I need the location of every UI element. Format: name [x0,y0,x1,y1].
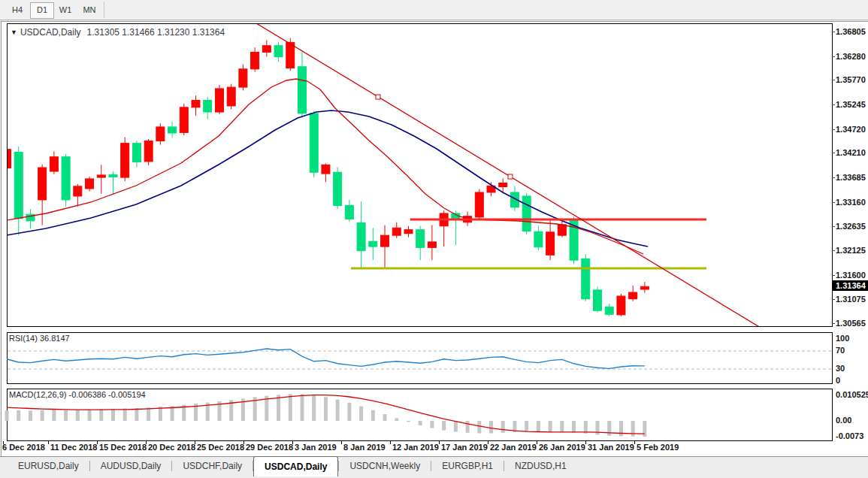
timeframe-button-mn[interactable]: MN [78,2,101,17]
timeframe-toolbar: H4D1W1MN [0,0,868,20]
date-axis-label: 31 Jan 2019 [588,443,634,452]
price-axis-label: 1.35770 [836,74,866,85]
macd-axis-label: -0.0073 [836,431,863,441]
chart-tab-nzdusd-h1[interactable]: NZDUSD,H1 [504,457,577,475]
price-axis-label: 1.36805 [836,26,866,37]
price-axis-tick [832,202,835,203]
price-axis-tick [832,299,835,300]
price-axis-tick [832,153,835,153]
price-axis-label: 1.32635 [836,221,866,231]
date-axis-label: 17 Jan 2019 [441,443,488,452]
date-axis-label: 3 Jan 2019 [295,443,337,452]
price-axis-label: 1.30565 [836,318,866,328]
price-axis-label: 1.31600 [836,270,866,280]
price-axis-tick [832,80,835,80]
date-axis-label: 22 Jan 2019 [490,443,537,452]
macd-axis-label: 0.00 [836,416,851,425]
price-axis-tick [832,177,835,178]
toolbar-separator [104,2,104,18]
date-axis-label: 20 Dec 2018 [148,443,195,452]
macd-indicator-label: MACD(12,26,9) -0.006386 -0.005194 [9,390,146,399]
price-axis-label: 1.31075 [836,294,866,304]
rsi-axis-label: 100 [836,334,849,343]
price-axis-label: 1.32125 [836,245,866,256]
date-axis-label: 12 Jan 2019 [392,443,439,452]
chart-symbol-period: USDCAD,Daily [20,27,81,38]
chart-tab-usdcnh-weekly[interactable]: USDCNH,Weekly [339,457,431,475]
price-axis-tick [832,32,835,32]
price-axis-tick [832,129,835,130]
date-axis-label: 11 Dec 2018 [50,443,97,452]
price-axis-label: 1.36280 [836,51,866,62]
chart-tab-usdchf-daily[interactable]: USDCHF,Daily [172,457,253,475]
price-axis-tick [832,323,835,324]
date-axis-label: 29 Dec 2018 [246,443,293,452]
date-axis-label: 5 Feb 2019 [637,443,679,452]
rsi-indicator-label: RSI(14) 36.8147 [9,334,70,343]
price-axis-label: 1.34210 [836,147,866,158]
rsi-axis-label: 70 [836,346,845,355]
price-axis-label: 1.35245 [836,99,866,110]
timeframe-button-d1[interactable]: D1 [30,2,54,19]
symbol-dropdown-icon[interactable]: ▼ [11,29,17,36]
price-axis-tick [832,104,835,105]
date-axis-label: 25 Dec 2018 [197,443,244,452]
rsi-axis-label: 0 [836,376,840,386]
price-axis-tick [832,275,835,276]
date-axis-label: 6 Dec 2018 [2,443,45,452]
price-axis-tick [832,226,835,227]
chart-tab-usdcad-daily[interactable]: USDCAD,Daily [253,456,338,476]
price-axis-tick [832,56,835,57]
date-axis-label: 15 Dec 2018 [99,443,147,452]
date-axis-label: 26 Jan 2019 [539,443,585,452]
current-price-badge: 1.31364 [833,280,868,291]
chart-tab-eurusd-daily[interactable]: EURUSD,Daily [8,457,89,475]
symbol-tab-bar: EURUSD,DailyAUDUSD,DailyUSDCHF,DailyUSDC… [0,456,868,478]
price-axis-label: 1.34720 [836,124,866,135]
mt4-window: { "toolbar": { "timeframes": [ {"label":… [0,0,868,478]
macd-axis-label: 0.010525 [836,390,868,400]
chart-tab-audusd-daily[interactable]: AUDUSD,Daily [90,457,172,475]
timeframe-button-h4[interactable]: H4 [6,2,29,17]
date-axis-label: 8 Jan 2019 [343,443,386,452]
chart-title: ▼USDCAD,Daily1.31305 1.31466 1.31230 1.3… [11,27,225,38]
price-axis-label: 1.33160 [836,197,866,207]
price-axis-tick [832,250,835,251]
timeframe-button-w1[interactable]: W1 [54,2,77,17]
chart-ohlc-values: 1.31305 1.31466 1.31230 1.31364 [87,27,225,38]
price-axis-label: 1.33685 [836,172,866,183]
rsi-axis-label: 30 [836,364,845,374]
chart-tab-eurgbp-h1[interactable]: EURGBP,H1 [431,457,504,475]
